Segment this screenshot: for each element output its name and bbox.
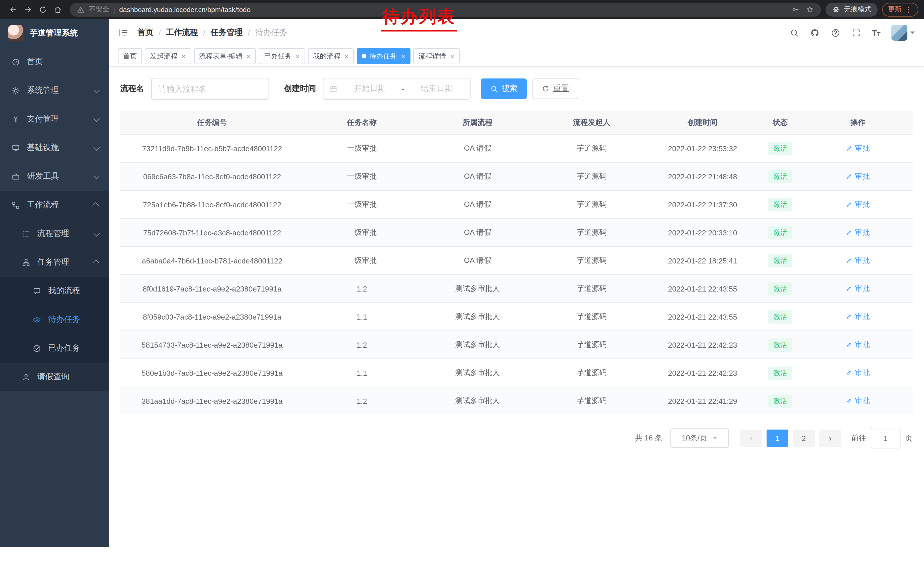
reset-button[interactable]: 重置 <box>532 78 578 99</box>
search-icon[interactable] <box>789 28 799 38</box>
sidebar-item-home[interactable]: 首页 <box>0 48 109 76</box>
close-icon[interactable]: × <box>345 53 349 60</box>
page-size-select[interactable]: 10条/页 <box>670 428 729 448</box>
github-icon[interactable] <box>810 28 819 38</box>
goto-page-input[interactable] <box>871 428 900 449</box>
sidebar-item-todo-task[interactable]: 待办任务 <box>0 305 109 334</box>
cell-status: 激活 <box>757 387 803 415</box>
url-text[interactable]: dashboard.yudao.iocoder.cn/bpm/task/todo <box>119 6 787 14</box>
tab-home[interactable]: 首页 <box>118 48 142 64</box>
browser-toolbar: 不安全 | dashboard.yudao.iocoder.cn/bpm/tas… <box>0 0 924 19</box>
cell-id: 58154733-7ac8-11ec-a9e2-a2380e71991a <box>120 331 304 359</box>
cell-id: 8f059c03-7ac8-11ec-a9e2-a2380e71991a <box>120 303 304 331</box>
tab-todo-tasks[interactable]: 待办任务× <box>357 48 411 64</box>
help-icon[interactable] <box>830 28 840 38</box>
sidebar-item-leave-query[interactable]: 请假查询 <box>0 363 109 391</box>
sidebar-item-devtools[interactable]: 研发工具 <box>0 162 109 191</box>
approve-link[interactable]: 审批 <box>846 368 870 378</box>
approve-link[interactable]: 审批 <box>846 199 870 210</box>
sidebar-toggle-button[interactable] <box>118 27 128 38</box>
update-menu-button[interactable]: 更新 <box>882 3 918 17</box>
sidebar-item-system[interactable]: 系统管理 <box>0 76 109 105</box>
sidebar-item-label: 研发工具 <box>27 171 59 182</box>
column-header-4: 创建时间 <box>648 111 757 134</box>
font-size-icon[interactable]: TT <box>872 29 880 37</box>
start-date-placeholder[interactable]: 开始日期 <box>342 84 397 94</box>
close-icon[interactable]: × <box>401 53 405 60</box>
browser-forward-button[interactable] <box>21 2 36 17</box>
tab-label: 流程详情 <box>418 51 446 61</box>
process-name-input[interactable] <box>151 78 269 100</box>
cell-status: 激活 <box>757 191 803 219</box>
sidebar-item-my-process[interactable]: 我的流程 <box>0 277 109 305</box>
incognito-label: 无痕模式 <box>844 5 872 14</box>
tab-done-tasks[interactable]: 已办任务× <box>259 48 305 64</box>
cell-starter: 芋道源码 <box>535 246 648 275</box>
sidebar-item-infra[interactable]: 基础设施 <box>0 134 109 162</box>
sidebar-item-payment[interactable]: 支付管理 <box>0 105 109 134</box>
browser-back-button[interactable] <box>6 2 21 17</box>
logo-title: 芋道管理系统 <box>30 28 78 38</box>
approve-link[interactable]: 审批 <box>846 143 870 153</box>
next-page-button[interactable]: › <box>819 429 841 447</box>
page-button-1[interactable]: 1 <box>766 429 788 447</box>
browser-home-button[interactable] <box>50 2 65 17</box>
key-icon[interactable] <box>791 5 800 14</box>
approve-link[interactable]: 审批 <box>846 339 870 350</box>
warning-icon <box>77 6 85 14</box>
breadcrumb-item[interactable]: 工作流程 <box>166 27 198 38</box>
sidebar-item-label: 已办任务 <box>48 343 80 353</box>
status-badge: 激活 <box>768 366 792 380</box>
star-icon[interactable] <box>806 5 814 14</box>
tab-label: 发起流程 <box>150 51 177 61</box>
approve-link[interactable]: 审批 <box>846 284 870 294</box>
sidebar: 芋道管理系统 首页系统管理支付管理基础设施研发工具工作流程流程管理任务管理我的流… <box>0 19 109 547</box>
tab-process-detail[interactable]: 流程详情× <box>413 48 459 64</box>
breadcrumb-item[interactable]: 任务管理 <box>211 27 243 38</box>
security-label[interactable]: 不安全 <box>89 5 110 14</box>
sidebar-menu: 首页系统管理支付管理基础设施研发工具工作流程流程管理任务管理我的流程待办任务已办… <box>0 48 109 391</box>
fullscreen-icon[interactable] <box>851 28 861 38</box>
browser-refresh-button[interactable] <box>36 2 50 17</box>
monitor-icon <box>12 144 20 152</box>
goto-unit: 页 <box>905 433 912 443</box>
cell-starter: 芋道源码 <box>535 162 648 191</box>
cell-status: 激活 <box>757 331 803 359</box>
cell-starter: 芋道源码 <box>535 387 648 415</box>
breadcrumb-item[interactable]: 首页 <box>137 27 153 38</box>
approve-label: 审批 <box>855 339 870 350</box>
approve-link[interactable]: 审批 <box>846 396 870 406</box>
cell-starter: 芋道源码 <box>535 134 648 162</box>
page-button-2[interactable]: 2 <box>793 429 814 447</box>
cell-status: 激活 <box>757 219 803 246</box>
sidebar-item-task-mgmt[interactable]: 任务管理 <box>0 248 109 277</box>
cell-name: 一级审批 <box>304 134 420 162</box>
sidebar-item-workflow[interactable]: 工作流程 <box>0 191 109 219</box>
logo-row[interactable]: 芋道管理系统 <box>0 19 109 48</box>
breadcrumb-separator: / <box>248 28 250 37</box>
chevron-down-icon <box>93 173 100 179</box>
tab-my-process[interactable]: 我的流程× <box>308 48 354 64</box>
create-time-label: 创建时间 <box>284 84 316 94</box>
approve-link[interactable]: 审批 <box>846 227 870 238</box>
user-menu[interactable] <box>891 25 915 41</box>
close-icon[interactable]: × <box>182 53 186 60</box>
close-icon[interactable]: × <box>450 53 454 60</box>
close-icon[interactable]: × <box>246 53 251 60</box>
tab-start-process[interactable]: 发起流程× <box>145 48 191 64</box>
search-button[interactable]: 搜索 <box>481 78 527 99</box>
sidebar-item-done-task[interactable]: 已办任务 <box>0 334 109 363</box>
approve-link[interactable]: 审批 <box>846 171 870 182</box>
address-bar[interactable]: 不安全 | dashboard.yudao.iocoder.cn/bpm/tas… <box>70 3 821 17</box>
sidebar-item-process-mgmt[interactable]: 流程管理 <box>0 219 109 248</box>
cell-created: 2022-01-21 22:42:23 <box>648 331 757 359</box>
close-icon[interactable]: × <box>296 53 300 60</box>
date-range-picker[interactable]: 开始日期 - 结束日期 <box>323 78 471 100</box>
cell-process: 测试多审批人 <box>420 359 535 387</box>
approve-link[interactable]: 审批 <box>846 255 870 266</box>
end-date-placeholder[interactable]: 结束日期 <box>410 84 464 94</box>
approve-link[interactable]: 审批 <box>846 312 870 322</box>
prev-page-button[interactable]: ‹ <box>740 429 762 447</box>
pen-icon <box>846 229 853 236</box>
tab-form-edit[interactable]: 流程表单-编辑× <box>194 48 256 64</box>
